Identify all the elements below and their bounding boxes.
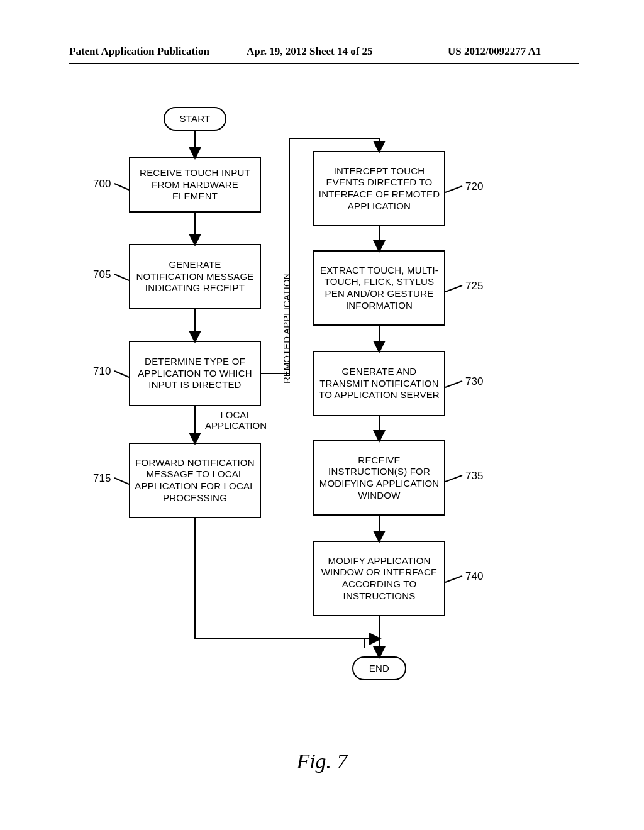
header-rule [69, 63, 579, 64]
ref-715: 715 [93, 472, 111, 485]
svg-line-7 [445, 475, 462, 482]
ref-700: 700 [93, 178, 111, 191]
svg-line-2 [114, 371, 129, 377]
svg-line-8 [445, 576, 462, 582]
svg-line-0 [114, 184, 129, 190]
node-715: FORWARD NOTIFICATION MESSAGE TO LOCAL AP… [129, 443, 261, 518]
header-mid: Apr. 19, 2012 Sheet 14 of 25 [247, 45, 373, 58]
node-start: START [164, 107, 226, 131]
svg-line-6 [445, 381, 462, 387]
svg-line-5 [445, 285, 462, 292]
node-735: RECEIVE INSTRUCTION(S) FOR MODIFYING APP… [313, 440, 445, 516]
node-end: END [352, 656, 406, 680]
node-700: RECEIVE TOUCH INPUT FROM HARDWARE ELEMEN… [129, 157, 261, 213]
header-left: Patent Application Publication [69, 45, 209, 58]
svg-line-1 [114, 274, 129, 280]
node-710: DETERMINE TYPE OF APPLICATION TO WHICH I… [129, 341, 261, 406]
ref-705: 705 [93, 268, 111, 281]
ref-740: 740 [465, 570, 483, 583]
header-right: US 2012/0092277 A1 [448, 45, 541, 58]
label-local-application: LOCAL APPLICATION [201, 409, 270, 431]
ref-725: 725 [465, 280, 483, 292]
node-725: EXTRACT TOUCH, MULTI-TOUCH, FLICK, STYLU… [313, 250, 445, 326]
ref-720: 720 [465, 180, 483, 193]
node-705: GENERATE NOTIFICATION MESSAGE INDICATING… [129, 244, 261, 309]
ref-710: 710 [93, 365, 111, 378]
figure-caption: Fig. 7 [0, 750, 644, 773]
svg-line-4 [445, 186, 462, 192]
label-remoted-application: REMOTED APPLICATION [281, 273, 292, 384]
node-740: MODIFY APPLICATION WINDOW OR INTERFACE A… [313, 541, 445, 616]
page: Patent Application Publication Apr. 19, … [0, 0, 644, 830]
ref-735: 735 [465, 470, 483, 482]
ref-730: 730 [465, 375, 483, 388]
svg-line-3 [114, 478, 129, 484]
node-720: INTERCEPT TOUCH EVENTS DIRECTED TO INTER… [313, 151, 445, 226]
node-730: GENERATE AND TRANSMIT NOTIFICATION TO AP… [313, 351, 445, 416]
